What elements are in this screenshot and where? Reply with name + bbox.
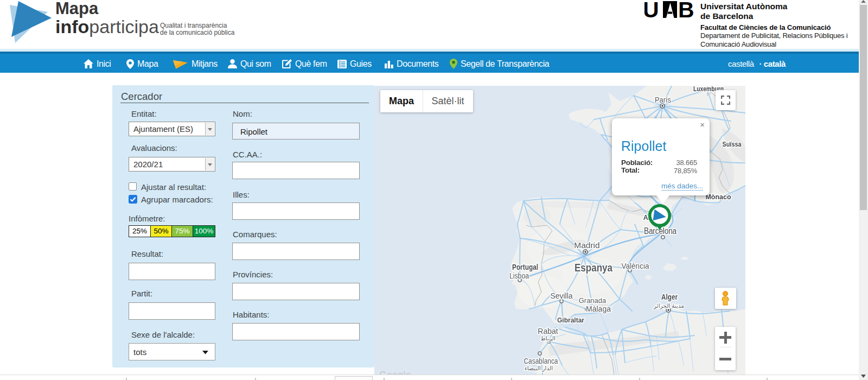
svg-text:الدار البيضاء: الدار البيضاء bbox=[525, 365, 553, 372]
svg-text:Màlaga: Màlaga bbox=[586, 305, 611, 313]
svg-text:Madrid: Madrid bbox=[574, 240, 599, 250]
svg-text:París: París bbox=[655, 95, 671, 104]
svg-text:Casablanca: Casablanca bbox=[524, 357, 558, 365]
svg-text:Alger: Alger bbox=[661, 293, 678, 301]
svg-text:مدينة الجزائر: مدينة الجزائر bbox=[653, 302, 684, 309]
svg-text:Lisboa: Lisboa bbox=[509, 271, 529, 280]
svg-text:València: València bbox=[622, 261, 650, 270]
svg-text:Rabat: Rabat bbox=[538, 327, 558, 335]
svg-text:B: B bbox=[678, 1, 694, 18]
svg-text:Portugal: Portugal bbox=[512, 263, 538, 271]
svg-text:Gibraltar: Gibraltar bbox=[557, 316, 584, 324]
svg-text:U: U bbox=[644, 1, 659, 18]
svg-text:الرباط: الرباط bbox=[540, 335, 556, 342]
svg-text:Granada: Granada bbox=[579, 296, 607, 305]
svg-text:Mònaco: Mònaco bbox=[705, 193, 731, 201]
svg-text:Espanya: Espanya bbox=[575, 262, 613, 274]
svg-text:Suïssa: Suïssa bbox=[723, 140, 742, 148]
svg-text:Sevilla: Sevilla bbox=[550, 292, 572, 300]
